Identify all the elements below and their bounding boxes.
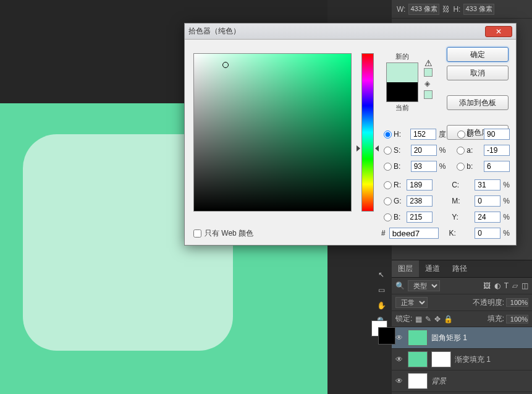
dialog-title: 拾色器（纯色） [188,26,240,36]
y-label: Y: [452,213,458,221]
r-radio[interactable] [384,181,392,189]
visibility-icon[interactable]: 👁 [395,355,404,364]
lock-all-icon[interactable]: 🔒 [444,315,453,323]
cursor-tool-icon[interactable]: ↖ [374,268,388,281]
height-input[interactable] [463,4,494,15]
new-color-label: 新的 [384,52,421,61]
visibility-icon[interactable]: 👁 [395,377,404,385]
m-unit: % [503,197,510,205]
foreground-background-swatch[interactable] [371,320,387,336]
visibility-icon[interactable]: 👁 [395,333,404,342]
filter-type-select[interactable]: 类型 [408,280,440,291]
close-button[interactable]: ✕ [485,26,512,37]
web-colors-only-label: 只有 Web 颜色 [205,228,253,239]
layer-thumb [408,351,428,367]
lock-move-icon[interactable]: ✥ [434,315,441,323]
lock-pixels-icon[interactable]: ▦ [415,315,422,323]
ok-button[interactable]: 确定 [447,47,509,62]
hand-tool-icon[interactable]: ✋ [374,299,388,312]
y-input[interactable] [475,212,500,223]
gamut-warning-swatch[interactable] [424,68,433,77]
g-label: G: [394,197,402,205]
hue-cursor-left[interactable] [357,145,360,152]
layer-row-background[interactable]: 👁 背景 [392,370,532,392]
l-label: L: [467,130,473,139]
hue-label: H: [394,130,401,139]
width-label: W: [397,5,405,14]
saturation-brightness-field[interactable] [193,53,352,212]
opacity-label: 不透明度: [473,298,504,308]
r-input[interactable] [407,179,433,191]
web-colors-only-checkbox[interactable] [193,229,201,238]
g-radio[interactable] [384,197,392,205]
fill-input[interactable] [506,315,528,323]
height-label: H: [453,5,460,14]
blue-input[interactable] [407,212,433,223]
rect-tool-icon[interactable]: ▭ [374,283,388,297]
m-input[interactable] [475,195,500,207]
sv-cursor[interactable] [222,62,229,68]
opacity-input[interactable] [506,298,528,307]
filter-type-icon[interactable]: T [504,281,509,290]
g-input[interactable] [407,195,433,207]
filter-shape-icon[interactable]: ▱ [512,281,518,290]
c-input[interactable] [475,179,500,191]
layer-name: 圆角矩形 1 [431,333,467,343]
lock-paint-icon[interactable]: ✎ [425,315,431,323]
k-label: K: [449,229,455,238]
a-input[interactable] [484,145,510,156]
current-color-label: 当前 [384,103,421,113]
layer-name: 背景 [431,376,446,387]
blue-label: B: [394,213,400,221]
color-compare-swatch[interactable] [386,62,418,102]
sat-label: S: [394,146,400,155]
blue-radio[interactable] [384,213,392,221]
c-label: C: [452,181,459,189]
color-picker-dialog: 拾色器（纯色） ✕ 新的 当前 ⚠ ◈ 确定 取消 添加到色板 颜色库 [184,23,517,246]
hex-input[interactable] [389,228,439,239]
blend-mode-select[interactable]: 正常 [395,297,428,308]
tab-layers[interactable]: 图层 [392,260,419,277]
websafe-swatch[interactable] [424,90,433,99]
sat-unit: % [439,146,446,155]
l-input[interactable] [484,129,510,140]
hue-slider[interactable] [361,53,374,212]
tab-channels[interactable]: 通道 [419,260,446,277]
c-unit: % [503,181,510,189]
new-color-swatch [387,63,418,82]
a-radio[interactable] [457,147,465,155]
filter-image-icon[interactable]: 🖼 [483,281,491,290]
r-label: R: [394,181,401,189]
hue-cursor-right[interactable] [375,145,379,152]
layer-name: 渐变填充 1 [455,354,491,365]
link-icon[interactable]: ⛓ [442,5,450,14]
layer-thumb [408,373,428,389]
k-unit: % [503,229,510,238]
add-swatch-button[interactable]: 添加到色板 [447,95,509,110]
filter-smart-icon[interactable]: ◫ [521,281,528,290]
width-input[interactable] [408,4,439,15]
layer-thumb [408,330,428,346]
filter-adjust-icon[interactable]: ◐ [494,281,500,290]
layer-row-gradient-fill[interactable]: 👁 渐变填充 1 [392,349,532,370]
gamut-warning-icon[interactable]: ⚠ [424,58,433,68]
sat-radio[interactable] [384,147,392,155]
websafe-cube-icon[interactable]: ◈ [424,79,430,88]
tab-paths[interactable]: 路径 [446,260,473,277]
bri-radio[interactable] [384,163,392,171]
labb-input[interactable] [484,161,510,172]
layer-row-rounded-rect[interactable]: 👁 圆角矩形 1 [392,327,532,349]
bri-input[interactable] [411,161,437,172]
current-color-swatch [387,82,418,101]
hue-radio[interactable] [384,131,392,139]
l-radio[interactable] [457,131,465,139]
y-unit: % [503,213,510,221]
hue-input[interactable] [410,129,436,140]
k-input[interactable] [475,228,500,239]
a-label: a: [467,146,473,155]
lock-label: 锁定: [395,314,412,324]
sat-input[interactable] [411,145,437,156]
cancel-button[interactable]: 取消 [447,66,509,80]
labb-radio[interactable] [457,163,465,171]
bri-unit: % [439,162,446,171]
